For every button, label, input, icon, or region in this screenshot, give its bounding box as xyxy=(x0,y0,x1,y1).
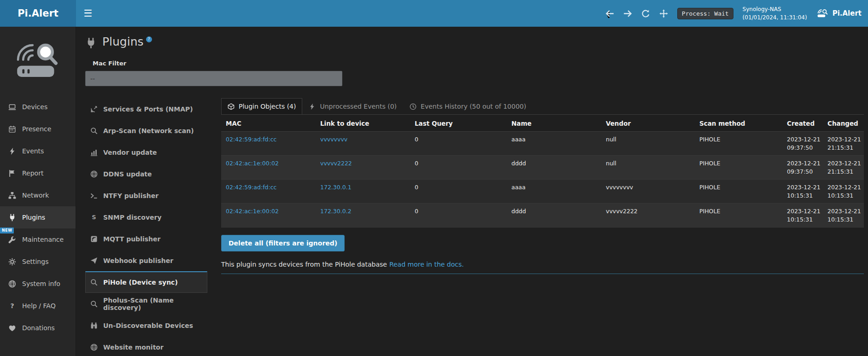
device-link[interactable]: vvvvv2222 xyxy=(320,160,352,167)
last-query-cell: 0 xyxy=(410,156,507,180)
sidebar-item-label: Maintenance xyxy=(22,236,64,243)
binoculars-icon xyxy=(90,322,98,329)
column-header-scan-method: Scan method xyxy=(695,115,786,132)
sidebar-item-donations[interactable]: Donations xyxy=(0,317,76,339)
sidebar-item-settings[interactable]: Settings xyxy=(0,251,76,273)
sidebar-item-events[interactable]: Events xyxy=(0,140,76,162)
sidebar-item-label: System info xyxy=(22,280,60,287)
move-arrows-icon[interactable] xyxy=(659,9,668,18)
delete-all-button[interactable]: Delete all (filters are ignored) xyxy=(221,235,345,251)
tab-events-history[interactable]: Events History (50 out of 10000) xyxy=(403,98,533,114)
changed-cell: 2023-12-21 21:15:31 xyxy=(826,132,864,156)
forward-arrow-icon[interactable] xyxy=(623,9,632,18)
plugin-nav-label: Pholus-Scan (Name discovery) xyxy=(103,297,202,311)
scan-method-cell: PIHOLE xyxy=(695,180,786,204)
column-header-name: Name xyxy=(507,115,601,132)
plugin-nav-label: DDNS update xyxy=(103,170,152,178)
plugin-nav-item-arp-scan[interactable]: Arp-Scan (Network scan) xyxy=(85,120,207,141)
back-arrow-icon[interactable] xyxy=(605,9,614,18)
plugin-nav-item-mqtt[interactable]: MQTT publisher xyxy=(85,228,207,250)
sidebar-toggle-button[interactable]: ☰ xyxy=(76,0,100,27)
globe-icon xyxy=(8,280,16,288)
device-mac-link[interactable]: 02:42:ac:1e:00:02 xyxy=(226,160,279,167)
tab-label: Plugin Objects (4) xyxy=(239,103,296,110)
tab-unprocessed-events[interactable]: Unprocessed Events (0) xyxy=(302,98,403,114)
topbar-actions: Process: Wait Synology-NAS (01/01/2024, … xyxy=(605,0,868,27)
device-mac-link[interactable]: 02:42:ac:1e:00:02 xyxy=(226,208,279,215)
link-to-device-cell: 172.30.0.2 xyxy=(316,204,410,228)
hamburger-icon: ☰ xyxy=(84,8,93,19)
tab-plugin-objects[interactable]: Plugin Objects (4) xyxy=(221,98,302,114)
plugin-nav-item-pholus-scan[interactable]: Pholus-Scan (Name discovery) xyxy=(85,293,207,315)
app-name-label: Pi.Alert xyxy=(833,9,862,18)
bar-chart-icon xyxy=(90,149,98,156)
tab-label: Events History (50 out of 10000) xyxy=(421,103,526,110)
sidebar-item-report[interactable]: Report xyxy=(0,162,76,184)
mac-cell: 02:42:ac:1e:00:02 xyxy=(221,156,316,180)
changed-cell: 2023-12-21 21:15:31 xyxy=(826,156,864,180)
refresh-icon[interactable] xyxy=(641,9,650,18)
main-content: Plugins ? Mac Filter Services & Ports (N… xyxy=(76,27,868,356)
sidebar-item-presence[interactable]: Presence xyxy=(0,118,76,140)
sidebar-item-label: Presence xyxy=(22,125,51,133)
pialert-logo xyxy=(0,27,76,96)
plugin-nav-label: Services & Ports (NMAP) xyxy=(103,105,193,113)
column-header-last-query: Last Query xyxy=(410,115,507,132)
mac-filter-label: Mac Filter xyxy=(93,60,864,67)
plugin-nav-item-snmp[interactable]: S SNMP discovery xyxy=(85,206,207,228)
docs-link[interactable]: Read more in the docs. xyxy=(389,261,464,268)
process-status-badge: Process: Wait xyxy=(677,8,733,19)
device-link[interactable]: 172.30.0.2 xyxy=(320,208,352,215)
plugin-nav-item-ntfy[interactable]: NTFY publisher xyxy=(85,185,207,206)
sidebar-item-system-info[interactable]: System info xyxy=(0,273,76,295)
device-mac-link[interactable]: 02:42:59:ad:fd:cc xyxy=(226,184,276,191)
mac-filter-input[interactable] xyxy=(85,71,342,86)
plugin-area: Services & Ports (NMAP) Arp-Scan (Networ… xyxy=(85,98,864,356)
page-header: Plugins ? xyxy=(85,33,864,49)
plugin-nav-item-ddns-update[interactable]: DDNS update xyxy=(85,163,207,185)
scan-method-cell: PIHOLE xyxy=(695,156,786,180)
sidebar-item-label: Network xyxy=(22,192,49,199)
top-navbar: Pi.Alert ☰ Process: Wait Synology-NAS (0… xyxy=(0,0,868,27)
link-to-device-cell: 172.30.0.1 xyxy=(316,180,410,204)
page-title: Plugins xyxy=(102,35,144,48)
sidebar-item-label: Plugins xyxy=(22,214,45,221)
paper-plane-icon xyxy=(90,257,98,264)
question-mark-icon: ? xyxy=(8,302,16,310)
plugin-description: This plugin syncs devices from the PiHol… xyxy=(221,261,864,268)
sidebar-item-label: Help / FAQ xyxy=(22,302,56,309)
bolt-icon xyxy=(309,103,316,110)
sidebar-item-label: Settings xyxy=(22,258,48,265)
sidebar-item-help-faq[interactable]: ? Help / FAQ xyxy=(0,295,76,317)
column-header-link: Link to device xyxy=(316,115,410,132)
sidebar-item-network[interactable]: Network xyxy=(0,184,76,206)
device-link[interactable]: 172.30.0.1 xyxy=(320,184,352,191)
plugin-nav-item-nmap[interactable]: Services & Ports (NMAP) xyxy=(85,98,207,120)
host-info: Synology-NAS (01/01/2024, 11:31:04) xyxy=(743,5,807,22)
link-to-device-cell: vvvvv2222 xyxy=(316,156,410,180)
devices-icon xyxy=(8,103,16,111)
plugin-nav-label: Un-Discoverable Devices xyxy=(103,322,193,329)
terminal-icon xyxy=(90,192,98,199)
changed-cell: 2023-12-21 10:15:31 xyxy=(826,180,864,204)
sidebar-item-devices[interactable]: Devices xyxy=(0,96,76,118)
plugin-nav-item-pihole[interactable]: PiHole (Device sync) xyxy=(85,271,207,293)
plugin-nav-item-webhook[interactable]: Webhook publisher xyxy=(85,250,207,271)
device-mac-link[interactable]: 02:42:59:ad:fd:cc xyxy=(226,136,276,143)
snmp-icon: S xyxy=(90,214,98,221)
name-cell: aaaa xyxy=(507,132,601,156)
globe-icon xyxy=(90,170,98,178)
title-help-badge[interactable]: ? xyxy=(146,36,152,42)
plugin-nav-item-undiscoverable[interactable]: Un-Discoverable Devices xyxy=(85,315,207,336)
satellite-dish-icon xyxy=(90,105,98,113)
plugin-nav-item-vendor-update[interactable]: Vendor update xyxy=(85,141,207,163)
plugin-nav-label: Vendor update xyxy=(103,149,157,156)
created-cell: 2023-12-21 09:37:50 xyxy=(786,156,826,180)
created-cell: 2023-12-21 10:15:31 xyxy=(786,180,826,204)
device-link[interactable]: vvvvvvvv xyxy=(320,136,347,143)
mac-cell: 02:42:59:ad:fd:cc xyxy=(221,132,316,156)
brand-logo[interactable]: Pi.Alert xyxy=(0,0,76,27)
plugin-nav-item-website-monitor[interactable]: Website monitor xyxy=(85,336,207,356)
vendor-cell: vvvvvvvv xyxy=(601,180,695,204)
sidebar-item-plugins[interactable]: Plugins xyxy=(0,206,76,228)
